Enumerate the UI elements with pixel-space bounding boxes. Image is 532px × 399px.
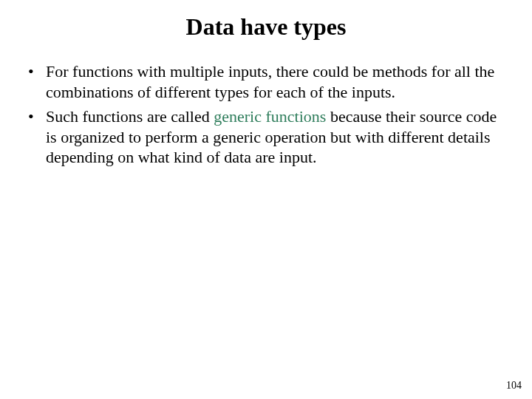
bullet-text: For functions with multiple inputs, ther… — [46, 62, 494, 101]
slide: Data have types For functions with multi… — [0, 0, 532, 399]
bullet-text: Such functions are called — [46, 107, 214, 126]
bullet-list: For functions with multiple inputs, ther… — [25, 61, 507, 168]
bullet-accent: generic functions — [214, 107, 326, 126]
list-item: Such functions are called generic functi… — [25, 106, 507, 168]
slide-body: For functions with multiple inputs, ther… — [0, 48, 532, 168]
slide-title: Data have types — [0, 0, 532, 48]
page-number: 104 — [506, 380, 522, 392]
list-item: For functions with multiple inputs, ther… — [25, 61, 507, 102]
